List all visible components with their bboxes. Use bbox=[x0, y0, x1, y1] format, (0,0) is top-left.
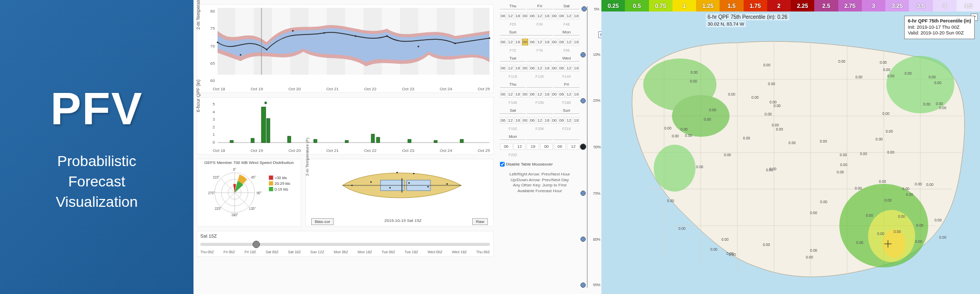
hour-cell[interactable]: 12 bbox=[566, 65, 572, 72]
svg-point-7 bbox=[324, 32, 325, 34]
hour-cell[interactable]: 18 bbox=[515, 39, 521, 45]
svg-text:0.00: 0.00 bbox=[905, 72, 912, 75]
hour-cell[interactable]: 12 bbox=[567, 143, 579, 150]
svg-text:0.00: 0.00 bbox=[840, 163, 847, 167]
hour-cell[interactable]: 12 bbox=[507, 39, 514, 45]
hour-cell[interactable]: 00 bbox=[522, 13, 528, 19]
hour-cell[interactable]: 00 bbox=[551, 39, 557, 45]
svg-text:0.00: 0.00 bbox=[678, 227, 686, 230]
hour-cell[interactable]: 18 bbox=[544, 91, 550, 98]
qpf-svg bbox=[197, 98, 493, 146]
hour-cell[interactable]: 12 bbox=[566, 91, 572, 98]
disable-mouseover-checkbox[interactable]: Disable Table Mouseover bbox=[500, 162, 579, 167]
hour-cell[interactable]: 06 bbox=[559, 117, 565, 124]
hour-cell[interactable]: 12 bbox=[566, 13, 572, 19]
hour-cell[interactable]: 18 bbox=[544, 39, 550, 45]
hour-cell[interactable]: 06 bbox=[529, 117, 535, 124]
hour-cell[interactable]: 12 bbox=[514, 143, 526, 150]
hour-cell[interactable]: 00 bbox=[522, 91, 528, 98]
hour-cell[interactable]: 00 bbox=[522, 65, 528, 72]
svg-text:0.00: 0.00 bbox=[773, 104, 781, 108]
svg-text:0.00: 0.00 bbox=[877, 232, 884, 236]
hour-cell[interactable]: 18 bbox=[544, 65, 550, 72]
svg-text:0.00: 0.00 bbox=[837, 170, 844, 174]
hour-cell[interactable]: 06 bbox=[529, 65, 535, 72]
y-ticks: 8075706560 bbox=[207, 9, 215, 83]
temperature-fan-chart[interactable]: 2-m Temperature (F) 8075706560 Oct 18Oct… bbox=[197, 4, 494, 93]
slider-track[interactable] bbox=[200, 243, 490, 246]
hour-cell[interactable]: 06 bbox=[529, 13, 535, 19]
hour-cell[interactable]: 18 bbox=[515, 13, 521, 19]
hour-cell[interactable]: 06 bbox=[554, 143, 566, 150]
svg-text:0.00: 0.00 bbox=[906, 193, 914, 196]
hour-cell[interactable]: 12 bbox=[537, 65, 543, 72]
fhour-label: F24 bbox=[527, 22, 552, 26]
hour-cell[interactable]: 12 bbox=[507, 65, 514, 72]
hour-cell[interactable]: 00 bbox=[551, 65, 557, 72]
hour-cell[interactable]: 06 bbox=[500, 39, 506, 45]
day-label: Fri bbox=[527, 3, 552, 9]
hour-cell[interactable]: 06 bbox=[500, 65, 506, 72]
hour-cell[interactable]: 12 bbox=[507, 117, 514, 124]
hour-cell[interactable]: 12 bbox=[537, 39, 543, 45]
svg-text:0.00: 0.00 bbox=[886, 130, 893, 133]
hour-cell[interactable]: 06 bbox=[559, 65, 565, 72]
hour-cell[interactable]: 06 bbox=[529, 91, 535, 98]
hour-cell[interactable]: 18 bbox=[573, 117, 579, 124]
day-label: Wed bbox=[554, 55, 579, 62]
hour-cell[interactable]: 00 bbox=[551, 117, 557, 124]
hour-cell[interactable]: 18 bbox=[573, 65, 579, 72]
hour-cell[interactable]: 18 bbox=[515, 91, 521, 98]
hour-cell[interactable]: 06 bbox=[500, 13, 506, 19]
hour-cell[interactable]: 18 bbox=[573, 91, 579, 98]
qpf-chart[interactable]: 6-hour QPF (in) 543210 Oct 18Oct 19Oct 2… bbox=[197, 97, 494, 155]
svg-text:0.00: 0.00 bbox=[685, 134, 692, 137]
windrose-chart[interactable]: GEFS Member 700 MB Wind Speed Distributi… bbox=[197, 159, 301, 227]
forecast-map[interactable]: 0.250.50.7511.251.51.7522.252.52.7533.25… bbox=[601, 0, 980, 294]
percentile-slider[interactable]: 5% 10% 25% 50% 75% 80% 95% bbox=[583, 3, 598, 291]
hour-cell[interactable]: 12 bbox=[566, 117, 572, 124]
hour-cell[interactable]: 06 bbox=[500, 143, 512, 150]
svg-text:0.00: 0.00 bbox=[810, 249, 817, 252]
hour-cell[interactable]: 18 bbox=[527, 143, 539, 150]
hour-cell[interactable]: 18 bbox=[573, 39, 579, 45]
hour-cell[interactable]: 18 bbox=[544, 117, 550, 124]
hour-cell[interactable]: 00 bbox=[551, 91, 557, 98]
hour-cell[interactable]: 06 bbox=[559, 39, 565, 45]
slider-thumb[interactable] bbox=[253, 241, 260, 248]
raw-button[interactable]: Raw bbox=[472, 218, 488, 225]
day-label bbox=[527, 81, 552, 88]
hour-cell[interactable]: 12 bbox=[507, 91, 514, 98]
hour-cell[interactable]: 18 bbox=[515, 117, 521, 124]
hour-cell[interactable]: 12 bbox=[507, 13, 514, 19]
hour-cell[interactable]: 12 bbox=[537, 117, 543, 124]
svg-text:0.00: 0.00 bbox=[929, 75, 936, 79]
hour-cell[interactable]: 12 bbox=[566, 39, 572, 45]
violin-chart[interactable]: 2-m Temperature (F) Bias-cor 2019-10-19 … bbox=[305, 159, 494, 227]
hour-cell[interactable]: 00 bbox=[522, 39, 528, 45]
hour-cell[interactable]: 06 bbox=[500, 91, 506, 98]
day-label bbox=[554, 134, 579, 140]
hour-cell[interactable]: 12 bbox=[537, 91, 543, 98]
svg-text:0.00: 0.00 bbox=[724, 153, 731, 157]
hour-cell[interactable]: 06 bbox=[559, 91, 565, 98]
hour-cell[interactable]: 18 bbox=[573, 13, 579, 19]
svg-text:0.00: 0.00 bbox=[709, 108, 716, 112]
hour-cell[interactable]: 06 bbox=[559, 13, 565, 19]
y-axis-label: 2-m Temperature (F) bbox=[196, 0, 201, 30]
hour-cell[interactable]: 06 bbox=[529, 39, 535, 45]
hour-cell[interactable]: 00 bbox=[551, 13, 557, 19]
colorbar-segment: 0.25 bbox=[601, 0, 625, 11]
hour-cell[interactable]: 18 bbox=[544, 13, 550, 19]
svg-point-19 bbox=[265, 102, 267, 104]
violin-svg bbox=[306, 159, 493, 211]
hour-cell[interactable]: 12 bbox=[537, 13, 543, 19]
hour-cell[interactable]: 00 bbox=[540, 143, 553, 150]
svg-point-9 bbox=[386, 36, 388, 37]
hour-cell[interactable]: 18 bbox=[515, 65, 521, 72]
time-slider[interactable]: Sat 15Z Thu 06ZFri 06ZFri 18ZSat 06ZSat … bbox=[197, 231, 494, 257]
hour-cell[interactable]: 06 bbox=[500, 117, 506, 124]
hour-cell[interactable]: 00 bbox=[522, 117, 528, 124]
bias-cor-button[interactable]: Bias-cor bbox=[311, 218, 334, 225]
colorbar-segment: 4.5 bbox=[956, 0, 980, 11]
